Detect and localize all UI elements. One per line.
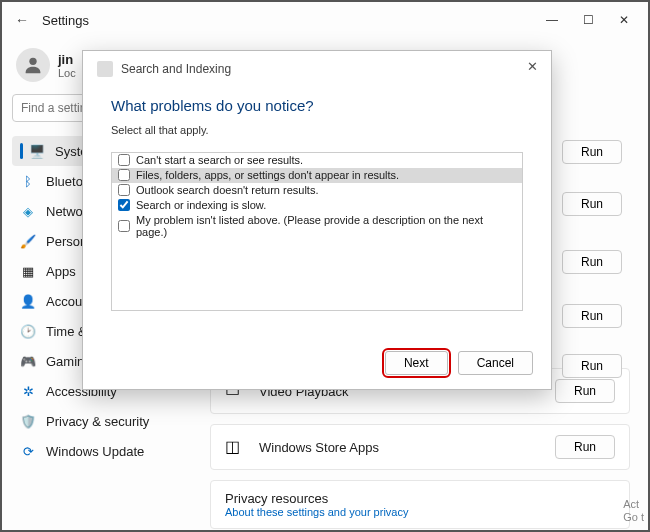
sidebar-item-label: Time & <box>46 324 87 339</box>
window-title: Settings <box>42 13 89 28</box>
minimize-button[interactable]: — <box>534 6 570 34</box>
person-icon: 👤 <box>20 293 36 309</box>
run-button[interactable]: Run <box>555 379 615 403</box>
option-row[interactable]: Can't start a search or see results. <box>112 153 522 168</box>
run-button[interactable]: Run <box>555 435 615 459</box>
shield-icon: 🛡️ <box>20 413 36 429</box>
dialog-close-button[interactable]: ✕ <box>521 59 543 81</box>
card-title: Windows Store Apps <box>259 440 379 455</box>
bluetooth-icon: ᛒ <box>20 173 36 189</box>
option-label: Search or indexing is slow. <box>136 199 266 211</box>
option-checkbox[interactable] <box>118 169 130 181</box>
run-button[interactable]: Run <box>562 354 622 378</box>
avatar <box>16 48 50 82</box>
option-row[interactable]: Files, folders, apps, or settings don't … <box>112 168 522 183</box>
option-checkbox[interactable] <box>118 154 130 166</box>
clock-icon: 🕑 <box>20 323 36 339</box>
store-icon: ◫ <box>225 437 245 457</box>
option-row[interactable]: Search or indexing is slow. <box>112 198 522 213</box>
option-label: Outlook search doesn't return results. <box>136 184 318 196</box>
sidebar-item-privacy[interactable]: 🛡️ Privacy & security <box>12 406 182 436</box>
cancel-button[interactable]: Cancel <box>458 351 533 375</box>
sidebar-item-label: Networ <box>46 204 87 219</box>
troubleshooter-icon <box>97 61 113 77</box>
privacy-sub: About these settings and your privacy <box>225 506 615 518</box>
update-icon: ⟳ <box>20 443 36 459</box>
sidebar-item-label: Privacy & security <box>46 414 149 429</box>
dialog-question: What problems do you notice? <box>111 97 523 114</box>
option-label: Can't start a search or see results. <box>136 154 303 166</box>
next-button[interactable]: Next <box>385 351 448 375</box>
privacy-resources-card[interactable]: Privacy resources About these settings a… <box>210 480 630 529</box>
dialog-title: Search and Indexing <box>121 62 231 76</box>
monitor-icon: 🖥️ <box>29 143 45 159</box>
option-label: My problem isn't listed above. (Please p… <box>136 214 516 238</box>
sidebar-item-update[interactable]: ⟳ Windows Update <box>12 436 182 466</box>
option-row[interactable]: My problem isn't listed above. (Please p… <box>112 213 522 240</box>
settings-window: ← Settings — ☐ ✕ jin Loc 🖥️ System <box>0 0 650 532</box>
dialog-instruction: Select all that apply. <box>111 124 523 136</box>
user-name: jin <box>58 52 76 67</box>
sidebar-item-label: Windows Update <box>46 444 144 459</box>
titlebar: ← Settings — ☐ ✕ <box>2 2 648 38</box>
brush-icon: 🖌️ <box>20 233 36 249</box>
run-button[interactable]: Run <box>562 140 622 164</box>
back-button[interactable]: ← <box>8 12 36 28</box>
option-checkbox[interactable] <box>118 220 130 232</box>
game-icon: 🎮 <box>20 353 36 369</box>
option-checkbox[interactable] <box>118 184 130 196</box>
option-checkbox[interactable] <box>118 199 130 211</box>
troubleshooter-dialog: ✕ Search and Indexing What problems do y… <box>82 50 552 390</box>
person-icon <box>22 54 44 76</box>
accessibility-icon: ✲ <box>20 383 36 399</box>
option-row[interactable]: Outlook search doesn't return results. <box>112 183 522 198</box>
options-list: Can't start a search or see results. Fil… <box>111 152 523 311</box>
apps-icon: ▦ <box>20 263 36 279</box>
option-label: Files, folders, apps, or settings don't … <box>136 169 399 181</box>
run-button[interactable]: Run <box>562 304 622 328</box>
troubleshooter-card-store: ◫ Windows Store Apps Run <box>210 424 630 470</box>
sidebar-item-label: Apps <box>46 264 76 279</box>
wifi-icon: ◈ <box>20 203 36 219</box>
svg-point-0 <box>29 58 36 65</box>
close-button[interactable]: ✕ <box>606 6 642 34</box>
run-button[interactable]: Run <box>562 250 622 274</box>
maximize-button[interactable]: ☐ <box>570 6 606 34</box>
user-sub: Loc <box>58 67 76 79</box>
run-button[interactable]: Run <box>562 192 622 216</box>
privacy-title: Privacy resources <box>225 491 615 506</box>
